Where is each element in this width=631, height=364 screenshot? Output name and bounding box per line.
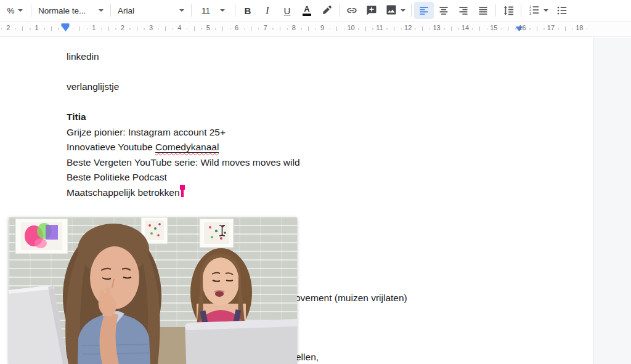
text-run[interactable]: Maatschappelijk betrokken [67,187,180,198]
misspelled-word[interactable]: Comedykanaal [155,142,219,153]
ruler-tick [137,26,137,31]
left-indent-marker[interactable] [62,23,70,31]
link-icon [345,4,359,17]
highlighter-pen-icon [320,4,333,17]
ruler-tick [515,28,516,30]
zoom-label: % [7,6,14,15]
partially-hidden-text-line[interactable]: ovement (muizen vrijlaten) [295,291,407,306]
bold-button[interactable]: B [238,2,258,19]
partially-hidden-text-line[interactable]: ellen, [296,350,319,364]
align-left-button[interactable] [414,2,434,19]
ruler-tick [365,26,366,31]
insert-link-button[interactable] [342,2,362,19]
ruler-tick [222,26,223,31]
ruler[interactable]: 21123456789101112131415161718 [0,22,631,37]
ruler-tick [15,28,17,30]
numbered-list-button[interactable]: 123 [524,2,552,19]
text-run[interactable]: Grijze pionier: Instagram account 25+ [67,127,226,137]
toolbar-separator [521,4,521,17]
ruler-tick [187,28,188,30]
zoom-select[interactable]: % [1,2,28,19]
ruler-tick [280,26,280,31]
ruler-tick [165,26,166,31]
page-gutter [593,38,631,364]
toolbar-separator [411,4,412,17]
chevron-down-icon [99,9,104,12]
ruler-tick [444,28,445,30]
justify-button[interactable] [473,2,493,19]
ruler-tick [215,28,216,30]
align-right-icon [457,4,470,17]
ruler-tick [73,28,74,30]
paragraph-styles-select[interactable]: Normale te... [34,2,108,19]
insert-comment-button[interactable] [362,2,381,19]
text-run[interactable]: linkedin [67,51,99,62]
ruler-tick [22,26,23,31]
chevron-down-icon [179,9,184,12]
ruler-tick [558,28,560,30]
text-run[interactable]: verlanglijstje [67,81,119,92]
text-run[interactable]: Beste Politieke Podcast [67,172,167,182]
ruler-tick [458,28,459,30]
webcam-video-overlay[interactable] [9,217,297,364]
ruler-tick [543,28,545,30]
font-size-select[interactable]: 11 [194,2,232,19]
text-color-button[interactable]: A [297,2,317,19]
ruler-tick [258,28,259,30]
ruler-number: 6 [235,24,238,31]
ruler-number: 16 [518,24,526,31]
ruler-tick [251,26,251,31]
ruler-number: 12 [404,24,412,31]
document-line[interactable]: Innovatieve Youtube Comedykanaal [67,140,535,155]
document-line[interactable]: Maatschappelijk betrokken [67,185,535,201]
ruler-tick [422,26,423,31]
document-line[interactable]: verlanglijstje [67,79,535,95]
ruler-tick [230,28,231,30]
highlight-color-button[interactable] [317,2,336,19]
ruler-tick [108,26,109,31]
text-run[interactable]: Titia [67,111,86,122]
ruler-tick [79,26,80,31]
ruler-number: 15 [490,24,497,31]
paragraph-style-label: Normale te... [38,6,86,15]
ruler-number: 9 [320,24,324,31]
line-spacing-button[interactable] [499,2,518,19]
font-family-select[interactable]: Arial [113,2,189,19]
ruler-tick [344,28,345,30]
italic-button[interactable]: I [258,2,277,19]
chevron-down-icon [220,9,225,12]
document-page[interactable]: linkedinverlanglijstjeTitiaGrijze pionie… [0,38,631,364]
document-text[interactable]: linkedinverlanglijstjeTitiaGrijze pionie… [67,49,535,200]
ruler-number: 1 [35,24,39,31]
laptop-left [9,285,68,364]
ruler-tick [529,28,531,30]
document-line[interactable] [67,65,535,80]
document-line[interactable]: linkedin [67,49,535,65]
collaborator-caret [181,187,184,197]
document-line[interactable]: Grijze pionier: Instagram account 25+ [67,125,535,140]
ruler-number: 13 [433,24,440,31]
underline-button[interactable]: U [277,2,297,19]
svg-text:3: 3 [529,11,531,15]
numbered-list-icon: 123 [528,4,540,18]
ruler-tick [101,28,102,30]
align-right-button[interactable] [454,2,473,19]
ruler-tick [58,28,59,30]
ruler-number: 8 [292,24,296,31]
text-run[interactable]: Innovatieve Youtube [67,142,155,152]
ruler-tick [308,26,309,31]
ruler-tick [51,26,52,31]
align-center-button[interactable] [434,2,454,19]
text-run[interactable]: Beste Vergeten YouTube serie: Wild moves… [67,157,300,168]
bulleted-list-button[interactable] [552,2,572,19]
ruler-tick [401,28,402,30]
ruler-number: 5 [206,24,210,31]
toolbar-separator [235,4,235,17]
person-left [63,224,161,364]
document-line[interactable]: Beste Politieke Podcast [67,170,535,185]
document-line[interactable]: Titia [67,110,535,125]
document-line[interactable]: Beste Vergeten YouTube serie: Wild moves… [67,155,535,171]
toolbar-separator [31,4,31,17]
insert-image-button[interactable] [381,2,409,19]
document-line[interactable] [67,95,535,110]
